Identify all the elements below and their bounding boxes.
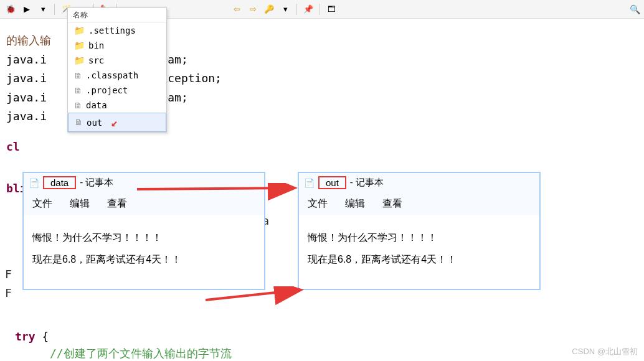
item-label: data (86, 100, 107, 110)
file-icon: 🗎 (75, 118, 83, 127)
notepad-filename: data (43, 176, 76, 189)
notepad-icon: 📄 (304, 178, 315, 188)
notepad-line: 现在是6.8，距离考试还有4天！！ (308, 248, 531, 270)
menu-view[interactable]: 查看 (382, 197, 402, 210)
item-label: .project (86, 85, 128, 95)
code-behind: F (5, 286, 12, 299)
menu-edit[interactable]: 编辑 (70, 197, 90, 210)
dropdown-arrow-icon[interactable]: ▾ (36, 2, 50, 16)
red-arrow-icon (137, 183, 299, 202)
menu-view[interactable]: 查看 (107, 197, 127, 210)
file-icon: 🗎 (74, 86, 82, 95)
notepad-filename: out (318, 176, 346, 189)
dropdown-item-project[interactable]: 🗎 .project (68, 83, 166, 98)
search-icon[interactable]: 🔍 (630, 4, 640, 14)
notepad-body[interactable]: 悔恨！为什么不学习！！！！ 现在是6.8，距离考试还有4天！！ (24, 215, 264, 289)
code-comment: //创建了两个文件输入输出的字节流 (50, 346, 232, 361)
dropdown-item-settings[interactable]: 📁 .settings (68, 23, 166, 38)
notepad-body[interactable]: 悔恨！为什么不学习！！！！ 现在是6.8，距离考试还有4天！！ (299, 215, 539, 289)
item-label: src (88, 55, 104, 65)
forward-icon[interactable]: ⇨ (246, 2, 260, 16)
dropdown-item-out[interactable]: 🗎 out ↙ (68, 113, 166, 132)
dropdown-header: 名称 (68, 8, 166, 23)
menu-edit[interactable]: 编辑 (345, 197, 365, 210)
item-label: out (87, 118, 102, 128)
debug-icon[interactable]: 🐞 (4, 2, 17, 16)
item-label: .classpath (86, 70, 138, 80)
folder-icon: 📁 (74, 40, 85, 50)
notepad-line: 现在是6.8，距离考试还有4天！！ (32, 248, 255, 270)
folder-icon: 📁 (74, 26, 85, 35)
code-behind: F (5, 268, 12, 281)
separator (320, 4, 320, 15)
item-label: .settings (88, 26, 136, 35)
notepad-titlebar: 📄 out - 记事本 (299, 173, 539, 192)
folder-icon: 📁 (74, 55, 85, 65)
menu-file[interactable]: 文件 (308, 197, 328, 210)
separator (54, 4, 55, 15)
red-arrow-icon (206, 286, 305, 305)
notepad-title-suffix: - 记事本 (350, 177, 384, 189)
file-dropdown: 名称 📁 .settings 📁 bin 📁 src 🗎 .classpath … (67, 7, 167, 133)
file-icon: 🗎 (74, 71, 82, 80)
arrow-marker-icon: ↙ (111, 116, 118, 129)
run-icon[interactable]: ▶ (20, 2, 34, 16)
dropdown-item-src[interactable]: 📁 src (68, 53, 166, 68)
svg-line-3 (206, 290, 299, 300)
code-line: cl (6, 138, 638, 157)
notepad-out: 📄 out - 记事本 文件 编辑 查看 悔恨！为什么不学习！！！！ 现在是6.… (298, 172, 541, 290)
notepad-line: 悔恨！为什么不学习！！！！ (32, 227, 255, 248)
dropdown-item-classpath[interactable]: 🗎 .classpath (68, 68, 166, 83)
code-try: try { (15, 330, 49, 343)
file-icon: 🗎 (74, 101, 82, 110)
notepad-title-suffix: - 记事本 (80, 177, 113, 189)
back-icon[interactable]: ⇦ (230, 2, 244, 16)
separator (296, 4, 297, 15)
menu-file[interactable]: 文件 (32, 197, 52, 210)
dropdown-item-data[interactable]: 🗎 data (68, 98, 166, 113)
svg-line-1 (137, 188, 293, 189)
new-window-icon[interactable]: 🗔 (324, 2, 338, 16)
dropdown-arrow-icon[interactable]: ▾ (278, 2, 292, 16)
key-icon[interactable]: 🔑 (262, 2, 276, 16)
notepad-icon: 📄 (29, 178, 39, 188)
notepad-menu: 文件 编辑 查看 (299, 192, 539, 215)
item-label: bin (88, 40, 104, 50)
pin-icon[interactable]: 📌 (301, 2, 315, 16)
notepad-line: 悔恨！为什么不学习！！！！ (308, 227, 531, 248)
watermark: CSDN @北山雪初 (572, 346, 638, 357)
dropdown-item-bin[interactable]: 📁 bin (68, 38, 166, 53)
